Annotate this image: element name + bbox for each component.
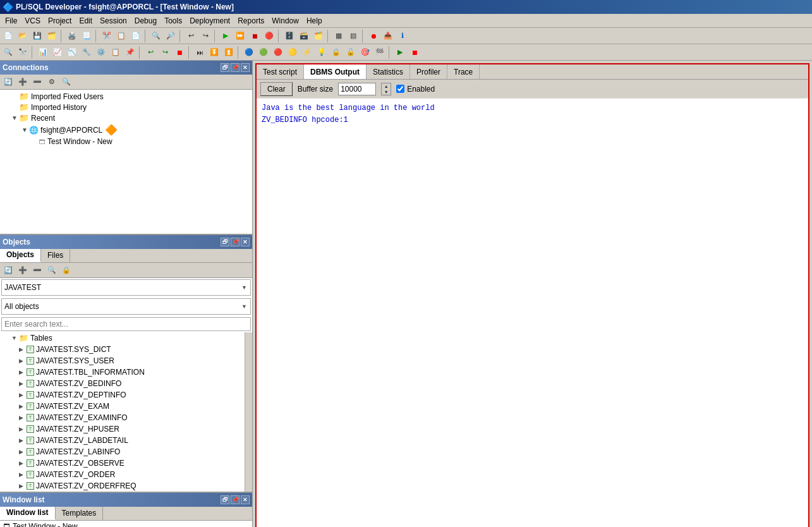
objects-restore-btn[interactable]: 🗗 [221, 238, 229, 246]
tab-templates[interactable]: Templates [56, 507, 104, 520]
tb-save[interactable]: 💾 [30, 29, 44, 43]
tb2-d8[interactable]: 🔓 [344, 45, 358, 59]
conn-tree-item[interactable]: 🗔 Test Window - New [1, 136, 251, 147]
tab-files[interactable]: Files [41, 249, 70, 262]
obj-search[interactable]: 🔍 [45, 263, 59, 277]
tb2-d9[interactable]: 🎯 [358, 45, 372, 59]
obj-tree-item[interactable]: ▶ T JAVATEST.ZV_HPUSER [0, 423, 252, 435]
obj-tables-folder[interactable]: ▼ 📁 Tables [0, 332, 252, 344]
tb-open[interactable]: 📂 [16, 29, 30, 43]
spinner-down-btn[interactable]: ▼ [382, 89, 391, 95]
tab-window-list[interactable]: Window list [0, 507, 56, 520]
tb-paste[interactable]: 📄 [129, 29, 143, 43]
tb-stop[interactable]: ⏹ [248, 29, 262, 43]
tb-db1[interactable]: 🗄️ [282, 29, 296, 43]
buffer-spinner[interactable]: ▲ ▼ [381, 83, 391, 95]
objects-close-btn[interactable]: ✕ [241, 238, 250, 246]
tb-print2[interactable]: 📃 [80, 29, 94, 43]
tb2-d10[interactable]: 🏁 [373, 45, 387, 59]
tab-profiler[interactable]: Profiler [410, 64, 447, 79]
obj-tree-item[interactable]: ▶ T JAVATEST.ZV_EXAM [0, 401, 252, 412]
conn-tree-item[interactable]: ▼ 📁 Recent [1, 112, 251, 123]
menu-reports[interactable]: Reports [234, 15, 268, 27]
conn-tree-item[interactable]: 📁 Imported History [1, 102, 251, 112]
tb-db2[interactable]: 🗃️ [297, 29, 311, 43]
connections-restore-btn[interactable]: 🗗 [221, 63, 229, 72]
obj-tree-item[interactable]: ▶ T JAVATEST.ZV_ORDER [0, 469, 252, 480]
obj-refresh[interactable]: 🔄 [1, 263, 15, 277]
object-type-dropdown[interactable]: All objects [1, 298, 251, 315]
wl-close-btn[interactable]: ✕ [241, 495, 250, 504]
obj-add[interactable]: ➕ [16, 263, 30, 277]
menu-vcs[interactable]: VCS [21, 15, 44, 27]
tb2-undo2[interactable]: ↩ [143, 45, 157, 59]
tb2-zoom2[interactable]: 🔭 [16, 45, 30, 59]
menu-tools[interactable]: Tools [161, 15, 186, 27]
tb2-b3[interactable]: 📉 [65, 45, 79, 59]
tb2-b6[interactable]: 📋 [109, 45, 123, 59]
menu-file[interactable]: File [1, 15, 21, 27]
tb-save-rec[interactable]: 📥 [381, 29, 395, 43]
tb2-d2[interactable]: 🟢 [257, 45, 270, 59]
schema-dropdown[interactable]: JAVATEST [1, 279, 251, 296]
tb-find2[interactable]: 🔎 [164, 29, 178, 43]
wl-restore-btn[interactable]: 🗗 [221, 495, 229, 504]
menu-session[interactable]: Session [96, 15, 131, 27]
tb-print[interactable]: 🖨️ [65, 29, 79, 43]
tab-objects[interactable]: Objects [0, 249, 41, 262]
conn-remove[interactable]: ➖ [30, 75, 44, 89]
tb-save-all[interactable]: 🗂️ [45, 29, 59, 43]
obj-remove[interactable]: ➖ [30, 263, 44, 277]
tb-rec[interactable]: ⏺ [367, 29, 380, 43]
connections-close-btn[interactable]: ✕ [241, 63, 250, 72]
objects-scrollbar[interactable] [245, 332, 252, 492]
menu-window[interactable]: Window [268, 15, 303, 27]
tb-run[interactable]: 🔴 [262, 29, 276, 43]
tb2-d6[interactable]: 💡 [315, 45, 329, 59]
tb-new[interactable]: 📄 [1, 29, 15, 43]
menu-help[interactable]: Help [303, 15, 326, 27]
tb-grid2[interactable]: ▤ [346, 29, 360, 43]
window-list-item[interactable]: 🗔 Test Window - New [0, 521, 252, 527]
menu-deployment[interactable]: Deployment [186, 15, 234, 27]
enabled-check[interactable] [396, 85, 404, 93]
obj-tree-item[interactable]: ▶ T JAVATEST.ZV_LABINFO [0, 446, 252, 457]
clear-button[interactable]: Clear [260, 82, 293, 96]
obj-tree-item[interactable]: ▶ T JAVATEST.ZV_BEDINFO [0, 378, 252, 389]
search-input[interactable] [1, 317, 251, 331]
tb2-step1[interactable]: ⏭ [193, 45, 207, 59]
menu-debug[interactable]: Debug [131, 15, 161, 27]
conn-tree-item[interactable]: ▼ 🌐 fsight@APPORCL 🔶 [1, 123, 251, 136]
tb-copy[interactable]: 📋 [114, 29, 128, 43]
tb2-b5[interactable]: ⚙️ [94, 45, 108, 59]
menu-project[interactable]: Project [44, 15, 75, 27]
tb-grid[interactable]: ▦ [332, 29, 346, 43]
tb-db3[interactable]: 🗂️ [312, 29, 325, 43]
tab-test-script[interactable]: Test script [257, 64, 304, 79]
tb2-b7[interactable]: 📌 [123, 45, 137, 59]
tb-find[interactable]: 🔍 [149, 29, 163, 43]
tb-undo[interactable]: ↩ [184, 29, 198, 43]
tb-cut[interactable]: ✂️ [100, 29, 114, 43]
tb-compile[interactable]: ▶ [219, 29, 233, 43]
obj-tree-item[interactable]: ▶ T JAVATEST.ZV_EXAMINFO [0, 412, 252, 423]
enabled-checkbox[interactable]: Enabled [396, 85, 435, 94]
tb2-step2[interactable]: ⏬ [207, 45, 221, 59]
tb2-d3[interactable]: 🔴 [271, 45, 285, 59]
spinner-up-btn[interactable]: ▲ [382, 83, 391, 89]
obj-tree-item[interactable]: ▶ T JAVATEST.ZV_OBSERVE [0, 457, 252, 469]
conn-refresh[interactable]: 🔄 [1, 75, 15, 89]
tb2-step3[interactable]: ⏫ [222, 45, 236, 59]
obj-filter[interactable]: 🔒 [59, 263, 73, 277]
tb2-redo2[interactable]: ↪ [158, 45, 172, 59]
tb2-d7[interactable]: 🔒 [329, 45, 343, 59]
conn-tree-item[interactable]: 📁 Imported Fixed Users [1, 91, 251, 102]
tab-statistics[interactable]: Statistics [367, 64, 410, 79]
connections-float-btn[interactable]: 📌 [231, 63, 239, 72]
tb2-zoom[interactable]: 🔍 [1, 45, 15, 59]
tb-info[interactable]: ℹ [396, 29, 409, 43]
obj-tree-item[interactable]: ▶ T JAVATEST.ZV_DEPTINFO [0, 389, 252, 401]
conn-search[interactable]: 🔍 [59, 75, 73, 89]
tb2-d1[interactable]: 🔵 [242, 45, 256, 59]
buffer-size-input[interactable] [338, 83, 376, 95]
